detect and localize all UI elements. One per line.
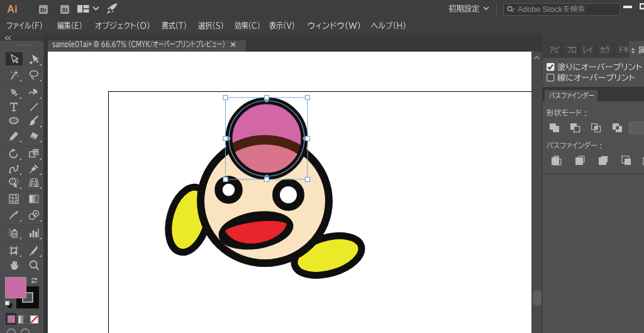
svg-text:Ai: Ai xyxy=(7,3,18,14)
svg-text:Adobe Stock: Adobe Stock xyxy=(518,5,563,14)
svg-text:St: St xyxy=(62,7,68,13)
svg-text:Br: Br xyxy=(40,7,47,13)
